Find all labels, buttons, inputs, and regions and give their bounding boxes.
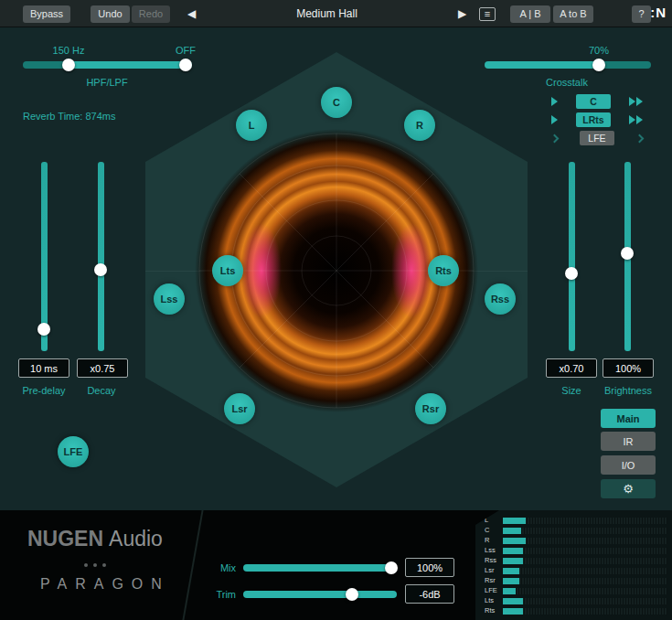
brightness-value[interactable]: 100% — [603, 358, 654, 378]
chevron-right-icon[interactable] — [551, 97, 558, 106]
hpf-slider-handle[interactable] — [62, 59, 75, 71]
meter-channel-label: Rsr — [485, 576, 503, 585]
meter-channel-label: Rss — [485, 556, 503, 565]
decay-fader[interactable] — [94, 162, 107, 351]
predelay-fader[interactable] — [37, 162, 50, 351]
size-value[interactable]: x0.70 — [546, 358, 597, 378]
meter-channel-label: Lts — [485, 596, 503, 605]
lpf-slider-handle[interactable] — [179, 59, 192, 71]
help-button[interactable]: ? — [632, 5, 651, 23]
a-to-b-button[interactable]: A to B — [553, 5, 593, 23]
meter-row: Lss — [485, 546, 667, 555]
channel-node-lsr[interactable]: Lsr — [224, 393, 255, 424]
meter-level-bar — [503, 598, 523, 604]
lpf-value: OFF — [163, 45, 208, 56]
undo-button[interactable]: Undo — [91, 5, 130, 23]
chevron-outline-right-icon[interactable] — [635, 134, 645, 143]
settings-button[interactable]: ⚙ — [601, 479, 656, 498]
meter-track — [503, 578, 667, 584]
decay-value[interactable]: x0.75 — [77, 358, 128, 378]
channel-label: Rsr — [422, 403, 439, 414]
meter-row: Rsr — [485, 576, 667, 585]
crosstalk-slider-track[interactable] — [485, 61, 651, 69]
channel-node-rts[interactable]: Rts — [428, 255, 459, 286]
routing-row-lfe: LFE — [551, 130, 643, 146]
size-fader-handle[interactable] — [565, 267, 578, 280]
trim-value[interactable]: -6dB — [405, 584, 454, 604]
mix-value[interactable]: 100% — [405, 558, 454, 577]
footer-bar: NUGENAudio PARAGON Mix 100% Trim -6dB L … — [0, 510, 672, 620]
channel-label: Rss — [491, 294, 509, 305]
channel-node-l[interactable]: L — [236, 110, 267, 141]
decay-fader-track[interactable] — [98, 162, 104, 351]
channel-label: Lss — [161, 294, 178, 305]
brightness-fader-handle[interactable] — [621, 247, 634, 260]
channel-node-lts[interactable]: Lts — [212, 255, 243, 286]
size-fader-track[interactable] — [569, 162, 575, 351]
decay-fader-handle[interactable] — [94, 263, 107, 276]
chevron-right-icon[interactable] — [551, 115, 558, 124]
routing-c-button[interactable]: C — [576, 94, 611, 109]
main-page-button[interactable]: Main — [601, 409, 656, 428]
channel-node-lss[interactable]: Lss — [154, 283, 185, 315]
double-chevron-right-icon[interactable] — [629, 115, 643, 124]
double-chevron-right-icon[interactable] — [629, 97, 643, 106]
next-preset-icon[interactable]: ▶ — [458, 6, 466, 21]
trim-label: Trim — [206, 589, 236, 600]
ir-page-button[interactable]: IR — [601, 432, 656, 451]
lfe-node[interactable]: LFE — [58, 436, 89, 467]
brand-wordmark: NUGENAudio — [27, 527, 163, 551]
routing-lrts-button[interactable]: LRts — [576, 112, 611, 127]
trim-slider-track[interactable] — [243, 591, 397, 598]
hpf-lpf-slider-track[interactable] — [23, 61, 192, 69]
redo-button[interactable]: Redo — [132, 5, 170, 23]
meter-level-bar — [503, 548, 523, 554]
brand-primary: NUGEN — [27, 527, 103, 551]
channel-node-c[interactable]: C — [321, 87, 352, 118]
mix-slider-track[interactable] — [243, 564, 397, 572]
crosstalk-label: Crosstalk — [521, 77, 613, 88]
previous-preset-icon[interactable]: ◀ — [187, 6, 196, 21]
chevron-outline-right-icon[interactable] — [550, 134, 560, 143]
size-fader[interactable] — [565, 162, 578, 351]
meter-row: L — [485, 516, 667, 525]
mix-slider-handle[interactable] — [385, 561, 398, 574]
meter-level-bar — [503, 588, 516, 594]
predelay-fader-handle[interactable] — [37, 323, 50, 336]
meter-channel-label: Lss — [485, 546, 503, 555]
routing-lfe-button[interactable]: LFE — [580, 131, 614, 145]
bypass-button[interactable]: Bypass — [23, 5, 70, 23]
preset-name[interactable]: Medium Hall — [219, 7, 434, 20]
channel-label: L — [249, 120, 255, 131]
crosstalk-slider[interactable] — [485, 59, 651, 70]
meter-level-bar — [503, 578, 519, 584]
channel-node-rss[interactable]: Rss — [485, 283, 516, 315]
meter-track — [503, 518, 667, 524]
channel-node-r[interactable]: R — [404, 110, 435, 141]
reverb-time-readout: Reverb Time: 874ms — [23, 111, 115, 122]
hpf-lpf-slider[interactable] — [23, 59, 192, 70]
crosstalk-value: 70% — [576, 45, 622, 56]
meter-row: Lsr — [485, 566, 667, 575]
channel-label: LFE — [64, 446, 83, 457]
meter-row: C — [485, 526, 667, 535]
output-meters: L C R Lss Rss Lsr Rsr LFE Lts Rts — [475, 510, 672, 620]
decay-label: Decay — [65, 385, 138, 396]
trim-slider-handle[interactable] — [346, 588, 358, 601]
ab-compare-button[interactable]: A | B — [510, 5, 550, 23]
crosstalk-slider-handle[interactable] — [592, 59, 605, 71]
brightness-fader[interactable] — [621, 162, 634, 351]
meter-level-bar — [503, 558, 523, 564]
channel-node-rsr[interactable]: Rsr — [415, 393, 446, 424]
meter-track — [503, 588, 667, 594]
channel-label: Lts — [220, 265, 236, 276]
top-toolbar: Bypass Undo Redo ◀ Medium Hall ▶ ≡ A | B… — [0, 0, 672, 27]
meter-track — [503, 608, 667, 615]
io-page-button[interactable]: I/O — [601, 455, 656, 475]
predelay-value[interactable]: 10 ms — [18, 358, 69, 378]
preset-list-icon[interactable]: ≡ — [479, 7, 496, 21]
gear-icon: ⚙ — [623, 482, 634, 496]
meter-track — [503, 538, 667, 544]
meter-channel-label: Rts — [485, 606, 503, 615]
meter-level-bar — [503, 538, 526, 544]
